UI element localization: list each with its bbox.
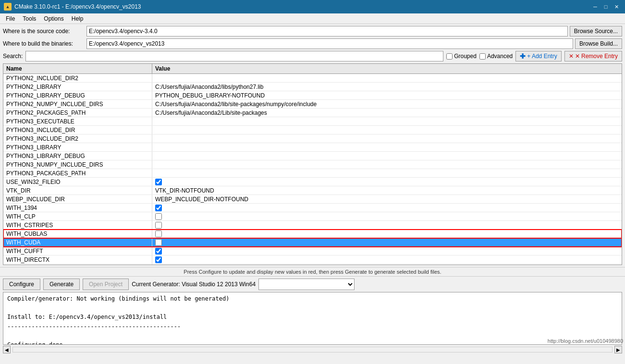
- table-row[interactable]: WITH_CUFFT: [3, 247, 622, 255]
- advanced-label: Advanced: [487, 53, 513, 60]
- cell-name: PYTHON3_PACKAGES_PATH: [3, 169, 152, 177]
- browse-source-button[interactable]: Browse Source...: [570, 26, 622, 36]
- menu-tools[interactable]: Tools: [19, 14, 40, 23]
- cell-value[interactable]: [152, 247, 622, 255]
- cell-name: PYTHON2_INCLUDE_DIR2: [3, 74, 152, 82]
- table-row[interactable]: PYTHON2_INCLUDE_DIR2: [3, 74, 622, 83]
- cell-checkbox[interactable]: [155, 205, 162, 211]
- cell-value: PYTHON_DEBUG_LIBRARY-NOTFOUND: [152, 91, 622, 99]
- maximize-button[interactable]: □: [601, 2, 611, 12]
- platform-dropdown[interactable]: [258, 279, 355, 290]
- output-line: Compiler/generator: Not working (binding…: [7, 294, 618, 303]
- table-row[interactable]: WITH_CUBLAS: [3, 230, 622, 238]
- table-row[interactable]: PYTHON2_LIBRARY_DEBUGPYTHON_DEBUG_LIBRAR…: [3, 91, 622, 100]
- configure-button[interactable]: Configure: [3, 279, 40, 290]
- table-row[interactable]: WITH_DIRECTX: [3, 255, 622, 264]
- search-input[interactable]: [25, 51, 443, 61]
- output-line: [7, 331, 618, 340]
- search-label: Search:: [3, 53, 23, 60]
- scroll-left-button[interactable]: ◀: [3, 346, 11, 353]
- cell-value[interactable]: [152, 230, 622, 238]
- remove-entry-icon: ✕: [569, 53, 574, 60]
- add-entry-button[interactable]: ✚ + Add Entry: [515, 51, 561, 61]
- table-row[interactable]: WEBP_INCLUDE_DIRWEBP_INCLUDE_DIR-NOTFOUN…: [3, 195, 622, 204]
- cell-checkbox[interactable]: [155, 248, 162, 255]
- output-line: [7, 303, 618, 313]
- cell-value[interactable]: [152, 204, 622, 212]
- cell-value[interactable]: [152, 212, 622, 220]
- table-row[interactable]: WITH_DSHOW: [3, 264, 622, 265]
- grouped-checkbox[interactable]: [446, 53, 453, 60]
- table-row[interactable]: PYTHON3_LIBRARY: [3, 143, 622, 152]
- status-bar: Press Configure to update and display ne…: [0, 267, 625, 277]
- table-row[interactable]: WITH_CLP: [3, 212, 622, 221]
- table-body: PYTHON2_INCLUDE_DIR2PYTHON2_LIBRARYC:/Us…: [3, 74, 622, 265]
- table-row[interactable]: PYTHON3_NUMPY_INCLUDE_DIRS: [3, 160, 622, 169]
- table-row[interactable]: PYTHON3_EXECUTABLE: [3, 117, 622, 126]
- cell-value: C:/Users/fujia/Anaconda2/libs/python27.l…: [152, 83, 622, 91]
- generate-button[interactable]: Generate: [43, 279, 80, 290]
- menu-options[interactable]: Options: [40, 14, 67, 23]
- cell-name: WITH_CUDA: [3, 238, 152, 246]
- cell-value[interactable]: [152, 238, 622, 246]
- column-name-header: Name: [3, 64, 152, 73]
- cell-checkbox[interactable]: [155, 256, 162, 263]
- cell-checkbox[interactable]: [155, 265, 162, 266]
- cell-checkbox[interactable]: [155, 231, 162, 237]
- grouped-checkbox-label[interactable]: Grouped: [446, 53, 477, 60]
- table-row[interactable]: WITH_CSTRIPES: [3, 221, 622, 230]
- advanced-checkbox-label[interactable]: Advanced: [479, 53, 513, 60]
- scroll-right-button[interactable]: ▶: [614, 346, 622, 353]
- cell-value[interactable]: [152, 221, 622, 229]
- cell-value[interactable]: [152, 178, 622, 186]
- scroll-track[interactable]: [12, 347, 613, 352]
- cell-name: PYTHON3_NUMPY_INCLUDE_DIRS: [3, 160, 152, 169]
- cell-value[interactable]: [152, 264, 622, 265]
- cell-value: C:/Users/fujia/Anaconda2/Lib/site-packag…: [152, 109, 622, 117]
- grouped-label: Grouped: [454, 53, 477, 60]
- title-bar: ▲ CMake 3.10.0-rc1 - E:/opencv3.4/opencv…: [0, 0, 625, 13]
- cell-name: PYTHON2_LIBRARY: [3, 83, 152, 91]
- add-entry-icon: ✚: [520, 52, 526, 60]
- cell-name: PYTHON2_NUMPY_INCLUDE_DIRS: [3, 100, 152, 108]
- cell-value: [152, 143, 622, 151]
- browse-build-button[interactable]: Browse Build...: [575, 38, 622, 49]
- config-table[interactable]: Name Value PYTHON2_INCLUDE_DIR2PYTHON2_L…: [3, 63, 622, 265]
- output-line: Configuring done: [7, 340, 618, 345]
- cell-value[interactable]: [152, 255, 622, 264]
- column-value-header: Value: [152, 64, 622, 73]
- cell-name: PYTHON3_LIBRARY_DEBUG: [3, 152, 152, 160]
- table-row[interactable]: PYTHON2_NUMPY_INCLUDE_DIRSC:/Users/fujia…: [3, 100, 622, 109]
- menu-file[interactable]: File: [2, 14, 19, 23]
- close-button[interactable]: ✕: [612, 2, 621, 12]
- table-row[interactable]: PYTHON3_INCLUDE_DIR: [3, 126, 622, 134]
- table-row[interactable]: PYTHON2_LIBRARYC:/Users/fujia/Anaconda2/…: [3, 83, 622, 91]
- cell-value: [152, 117, 622, 125]
- table-row[interactable]: WITH_CUDA: [3, 238, 622, 247]
- table-row[interactable]: VTK_DIRVTK_DIR-NOTFOUND: [3, 186, 622, 195]
- table-row[interactable]: WITH_1394: [3, 204, 622, 212]
- table-row[interactable]: PYTHON3_LIBRARY_DEBUG: [3, 152, 622, 160]
- table-row[interactable]: USE_WIN32_FILEIO: [3, 178, 622, 186]
- cell-checkbox[interactable]: [155, 239, 162, 246]
- menu-help[interactable]: Help: [68, 14, 87, 23]
- cell-checkbox[interactable]: [155, 179, 162, 185]
- table-row[interactable]: PYTHON3_PACKAGES_PATH: [3, 169, 622, 178]
- build-input[interactable]: [86, 38, 573, 49]
- cell-value: [152, 152, 622, 160]
- app-icon: ▲: [4, 3, 12, 11]
- cell-checkbox[interactable]: [155, 213, 162, 220]
- remove-entry-button[interactable]: ✕ ✕ Remove Entry: [564, 51, 622, 61]
- cell-name: WITH_CUFFT: [3, 247, 152, 255]
- output-area: Compiler/generator: Not working (binding…: [3, 292, 622, 345]
- source-input[interactable]: [86, 26, 568, 36]
- table-row[interactable]: PYTHON3_INCLUDE_DIR2: [3, 134, 622, 143]
- build-label: Where to build the binaries:: [3, 40, 85, 47]
- open-project-button[interactable]: Open Project: [83, 279, 129, 290]
- menu-bar: File Tools Options Help: [0, 13, 625, 24]
- cell-name: PYTHON2_PACKAGES_PATH: [3, 109, 152, 117]
- table-row[interactable]: PYTHON2_PACKAGES_PATHC:/Users/fujia/Anac…: [3, 109, 622, 117]
- minimize-button[interactable]: ─: [590, 2, 600, 12]
- advanced-checkbox[interactable]: [479, 53, 486, 60]
- cell-checkbox[interactable]: [155, 222, 162, 229]
